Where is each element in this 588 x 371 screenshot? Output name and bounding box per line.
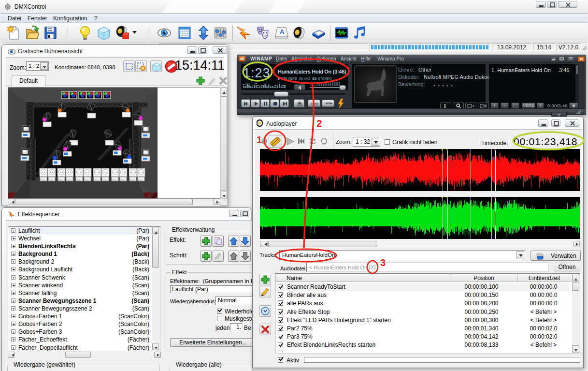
- svg-text:1;23: 1;23: [311, 102, 318, 106]
- svg-text:A: A: [280, 28, 285, 35]
